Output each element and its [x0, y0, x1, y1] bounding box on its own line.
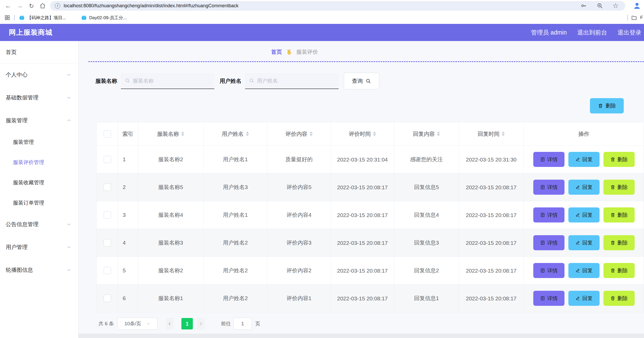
url-text[interactable]: localhost:8080/fuzhuangshangcheng/admin/… — [64, 3, 238, 9]
row-detail-button[interactable]: 详情 — [533, 291, 564, 306]
reload-icon[interactable] — [28, 2, 35, 10]
bookmark-star-icon[interactable] — [613, 2, 619, 9]
table-header-comment_time[interactable]: 评价时间 — [331, 122, 394, 146]
back-icon[interactable] — [4, 2, 12, 10]
row-delete-button[interactable]: 删除 — [603, 291, 635, 306]
profile-avatar-icon[interactable] — [633, 1, 641, 10]
table-header-reply_time[interactable]: 回复时间 — [459, 122, 524, 146]
sidebar-item-公告信息管理[interactable]: 公告信息管理 — [0, 213, 78, 236]
cell-index: 6 — [118, 285, 138, 312]
password-key-icon[interactable] — [580, 2, 587, 9]
row-delete-button[interactable]: 删除 — [603, 235, 635, 250]
sidebar-item-基础数据管理[interactable]: 基础数据管理 — [0, 86, 78, 109]
apps-grid-icon[interactable] — [4, 15, 10, 21]
search-input-用户姓名[interactable] — [257, 78, 327, 84]
table-header-reply[interactable]: 回复内容 — [394, 122, 459, 146]
page-size-select[interactable]: 10条/页 — [117, 318, 157, 330]
cell-reply_time: 2022-03-15 20:08:17 — [459, 201, 524, 229]
chevron-down-icon — [146, 322, 150, 326]
header-link[interactable]: 退出登录 — [617, 29, 641, 37]
row-reply-button[interactable]: 回复 — [568, 235, 600, 250]
cell-reply: 回复信息3 — [394, 229, 459, 257]
row-reply-button[interactable]: 回复 — [568, 263, 600, 278]
sidebar-subitem-服装收藏管理[interactable]: 服装收藏管理 — [0, 172, 78, 193]
comments-table: 索引服装名称用户姓名评价内容评价时间回复内容回复时间操作1服装名称2用户姓名1质… — [96, 122, 644, 312]
sidebar-subitem-服装订单管理[interactable]: 服装订单管理 — [0, 193, 78, 213]
sort-icons[interactable] — [437, 132, 440, 136]
row-reply-button[interactable]: 回复 — [568, 152, 600, 167]
row-reply-button[interactable]: 回复 — [568, 291, 600, 306]
row-delete-button[interactable]: 删除 — [603, 180, 635, 195]
row-actions-cell: 详情回复删除 — [524, 201, 644, 229]
folder-icon[interactable] — [631, 15, 637, 21]
url-bar[interactable]: localhost:8080/fuzhuangshangcheng/admin/… — [50, 1, 625, 11]
row-checkbox[interactable] — [104, 184, 111, 191]
sort-icons[interactable] — [502, 132, 505, 136]
batch-delete-button[interactable]: 删除 — [590, 98, 624, 113]
row-checkbox[interactable] — [104, 239, 111, 246]
sidebar-item-轮播图信息[interactable]: 轮播图信息 — [0, 259, 78, 281]
home-icon[interactable] — [39, 2, 47, 9]
row-detail-button[interactable]: 详情 — [533, 263, 564, 278]
row-checkbox[interactable] — [104, 211, 111, 219]
sort-icons[interactable] — [181, 132, 184, 136]
row-actions-cell: 详情回复删除 — [524, 173, 644, 201]
row-checkbox[interactable] — [104, 295, 111, 302]
row-reply-button[interactable]: 回复 — [568, 207, 600, 222]
row-checkbox[interactable] — [104, 267, 111, 274]
sidebar-item-个人中心[interactable]: 个人中心 — [0, 63, 78, 86]
sidebar-subitem-服装评价管理[interactable]: 服装评价管理 — [0, 152, 78, 172]
cell-user_name: 用户姓名1 — [203, 201, 267, 229]
sidebar-subitem-服装管理[interactable]: 服装管理 — [0, 132, 78, 152]
select-all-checkbox[interactable] — [104, 130, 111, 138]
bookmark-item[interactable]: 【码神之路】项目... — [19, 15, 66, 21]
table-row: 6服装名称1用户姓名2评价内容12022-03-15 20:08:17回复信息1… — [97, 285, 644, 312]
row-detail-button[interactable]: 详情 — [533, 207, 564, 222]
search-input[interactable] — [121, 73, 214, 89]
row-checkbox[interactable] — [104, 156, 111, 163]
prev-page-button[interactable] — [166, 318, 174, 329]
sidebar-item-用户管理[interactable]: 用户管理 — [0, 236, 78, 259]
search-input[interactable] — [245, 73, 339, 89]
table-header-select[interactable] — [97, 122, 118, 146]
row-delete-button[interactable]: 删除 — [603, 207, 635, 222]
cell-clothes_name: 服装名称2 — [138, 146, 203, 173]
page-info-icon[interactable] — [55, 3, 60, 9]
row-reply-button[interactable]: 回复 — [568, 180, 600, 195]
table-header-clothes_name[interactable]: 服装名称 — [138, 122, 203, 146]
query-button[interactable]: 查询 — [344, 73, 379, 89]
cell-index: 1 — [118, 146, 138, 173]
header-link[interactable]: 退出到前台 — [577, 29, 607, 37]
sort-icons[interactable] — [246, 132, 249, 136]
sort-icons[interactable] — [310, 132, 313, 136]
zoom-icon[interactable] — [596, 2, 603, 9]
search-field: 服装名称 — [95, 73, 220, 89]
sidebar-item-服装管理[interactable]: 服装管理 — [0, 109, 78, 132]
breadcrumb-home-link[interactable]: 首页 — [271, 48, 282, 56]
row-detail-button[interactable]: 详情 — [533, 152, 564, 167]
goto-label: 前往 — [221, 320, 231, 327]
sidebar-item-首页[interactable]: 首页 — [0, 41, 78, 63]
table-header-user_name[interactable]: 用户姓名 — [203, 122, 267, 146]
bookmarks-folder-label[interactable]: F — [640, 15, 643, 20]
next-page-button[interactable] — [197, 318, 205, 329]
row-delete-button[interactable]: 删除 — [603, 152, 635, 167]
page-number-button[interactable]: 1 — [181, 318, 193, 329]
cell-reply_time: 2022-03-15 20:08:17 — [459, 257, 524, 285]
bookmark-item[interactable]: Day02-09-员工分... — [81, 15, 127, 21]
cell-comment: 评价内容5 — [267, 173, 331, 201]
search-input-服装名称[interactable] — [133, 78, 203, 84]
pagination: 共 6 条 10条/页 1 前往 页 — [98, 318, 260, 330]
table-header-comment[interactable]: 评价内容 — [267, 122, 331, 146]
cell-comment: 评价内容4 — [267, 201, 331, 229]
forward-icon[interactable] — [16, 2, 24, 10]
sort-icons[interactable] — [373, 132, 376, 136]
row-detail-button[interactable]: 详情 — [533, 235, 564, 250]
row-delete-button[interactable]: 删除 — [603, 263, 635, 278]
row-detail-button[interactable]: 详情 — [533, 180, 564, 195]
breadcrumb-current: 服装评价 — [296, 48, 318, 56]
goto-page-input[interactable] — [233, 318, 252, 330]
row-actions-cell: 详情回复删除 — [524, 285, 644, 312]
header-link[interactable]: 管理员 admin — [531, 29, 567, 37]
browser-window: localhost:8080/fuzhuangshangcheng/admin/… — [0, 0, 644, 338]
